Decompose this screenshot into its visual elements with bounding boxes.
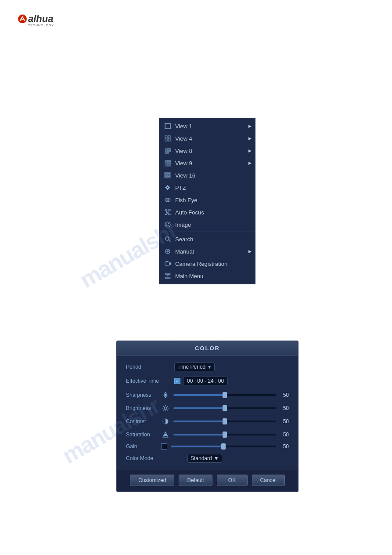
svg-rect-1 <box>165 123 170 129</box>
svg-rect-34 <box>169 175 171 177</box>
menu-item-main-menu[interactable]: Main Menu <box>159 270 255 282</box>
svg-rect-19 <box>169 163 171 164</box>
brightness-slider[interactable] <box>173 407 276 409</box>
svg-rect-4 <box>165 139 167 141</box>
menu-item-manual-label: Manual <box>175 248 251 255</box>
svg-rect-15 <box>167 160 169 162</box>
menu-item-ptz-label: PTZ <box>175 185 251 191</box>
svg-rect-21 <box>167 165 169 166</box>
saturation-value: 50 <box>278 432 289 438</box>
menu-item-view8[interactable]: View 8 <box>159 145 255 157</box>
menu-item-autofocus-label: Auto Focus <box>175 209 251 216</box>
ptz-icon <box>164 184 172 192</box>
svg-point-44 <box>165 198 170 202</box>
logo-brand-text: alhua <box>28 13 53 25</box>
saturation-slider[interactable] <box>173 434 276 435</box>
view8-icon <box>164 147 172 155</box>
menu-item-search[interactable]: Search <box>159 233 255 245</box>
svg-rect-24 <box>166 172 168 174</box>
color-mode-row: Color Mode Standard ▼ <box>126 454 289 463</box>
menu-item-view4[interactable]: View 4 <box>159 132 255 145</box>
menu-item-view16-label: View 16 <box>175 172 251 179</box>
svg-rect-28 <box>166 174 168 175</box>
period-label: Period <box>126 364 174 370</box>
image-icon <box>164 221 172 229</box>
svg-rect-2 <box>165 136 167 138</box>
gain-row: Gain 50 <box>126 443 289 450</box>
sharpness-slider[interactable] <box>173 394 276 396</box>
saturation-icon <box>161 430 170 439</box>
svg-rect-5 <box>168 139 170 141</box>
menu-item-search-label: Search <box>175 236 251 243</box>
menu-item-manual[interactable]: Manual <box>159 245 255 258</box>
svg-line-72 <box>163 406 164 407</box>
sharpness-value: 50 <box>278 392 289 398</box>
dialog-footer: Customized Default OK Cancel <box>117 470 298 491</box>
svg-rect-11 <box>169 150 171 152</box>
menu-item-camera-reg-label: Camera Registration <box>175 261 251 267</box>
saturation-label: Saturation <box>126 432 161 438</box>
color-mode-select[interactable]: Standard ▼ <box>187 454 222 463</box>
gain-checkbox[interactable] <box>161 443 167 450</box>
menu-item-ptz[interactable]: PTZ <box>159 181 255 194</box>
cancel-button[interactable]: Cancel <box>252 475 285 486</box>
menu-item-fisheye-label: Fish Eye <box>175 197 251 203</box>
svg-rect-17 <box>165 163 166 164</box>
context-menu: View 1 View 4 Vi <box>159 118 255 284</box>
logo-icon <box>18 14 27 24</box>
menu-item-view1-label: View 1 <box>175 123 251 130</box>
svg-rect-9 <box>165 150 166 152</box>
autofocus-icon <box>164 208 172 216</box>
effective-time-row: Effective Time ✓ 00 : 00 - 24 : 00 <box>126 377 289 385</box>
effective-time-checkbox[interactable]: ✓ <box>174 378 180 384</box>
menu-item-view9[interactable]: View 9 <box>159 157 255 169</box>
contrast-slider[interactable] <box>173 421 276 422</box>
menu-item-autofocus[interactable]: Auto Focus <box>159 206 255 218</box>
menu-item-view1[interactable]: View 1 <box>159 120 255 132</box>
svg-rect-23 <box>165 172 166 174</box>
camera-reg-icon <box>164 260 172 268</box>
gain-label: Gain <box>126 443 161 450</box>
main-menu-icon <box>164 272 172 280</box>
svg-point-54 <box>168 223 169 224</box>
dialog-title: COLOR <box>117 341 298 355</box>
logo-area: alhua TECHNOLOGY <box>18 13 54 27</box>
svg-rect-30 <box>169 174 171 175</box>
svg-point-55 <box>165 237 169 240</box>
default-button[interactable]: Default <box>179 475 212 486</box>
svg-rect-13 <box>167 152 169 154</box>
view9-icon <box>164 159 172 167</box>
menu-item-view9-label: View 9 <box>175 160 251 167</box>
svg-rect-3 <box>168 136 170 138</box>
menu-item-camera-registration[interactable]: Camera Registration <box>159 258 255 270</box>
period-select[interactable]: Time Period ▼ <box>174 363 215 371</box>
contrast-icon <box>161 417 170 426</box>
period-value: Time Period <box>177 364 205 370</box>
time-end: 24 : 00 <box>208 378 224 384</box>
saturation-row: Saturation 50 <box>126 430 289 439</box>
menu-divider <box>159 232 255 232</box>
contrast-value: 50 <box>278 418 289 424</box>
menu-item-view16[interactable]: View 16 <box>159 169 255 181</box>
svg-rect-35 <box>165 177 166 178</box>
color-mode-arrow: ▼ <box>214 455 219 461</box>
svg-point-52 <box>165 222 170 227</box>
customized-button[interactable]: Customized <box>130 475 174 486</box>
gain-slider[interactable] <box>171 446 276 447</box>
svg-rect-38 <box>169 177 171 178</box>
gain-value: 50 <box>278 443 289 450</box>
svg-rect-16 <box>169 160 171 162</box>
ok-button[interactable]: OK <box>217 475 248 486</box>
svg-rect-27 <box>165 174 166 175</box>
menu-item-image[interactable]: Image <box>159 218 255 231</box>
menu-item-fisheye[interactable]: Fish Eye <box>159 194 255 206</box>
fisheye-icon <box>164 196 172 204</box>
svg-point-43 <box>167 187 169 189</box>
svg-rect-20 <box>165 165 166 166</box>
menu-item-main-menu-label: Main Menu <box>175 273 251 279</box>
color-mode-value: Standard <box>191 455 212 461</box>
contrast-row: Contrast 50 <box>126 417 289 426</box>
time-range-display[interactable]: 00 : 00 - 24 : 00 <box>183 377 228 385</box>
svg-rect-49 <box>169 214 170 215</box>
dialog-body: Period Time Period ▼ Effective Time ✓ 00… <box>117 355 298 470</box>
